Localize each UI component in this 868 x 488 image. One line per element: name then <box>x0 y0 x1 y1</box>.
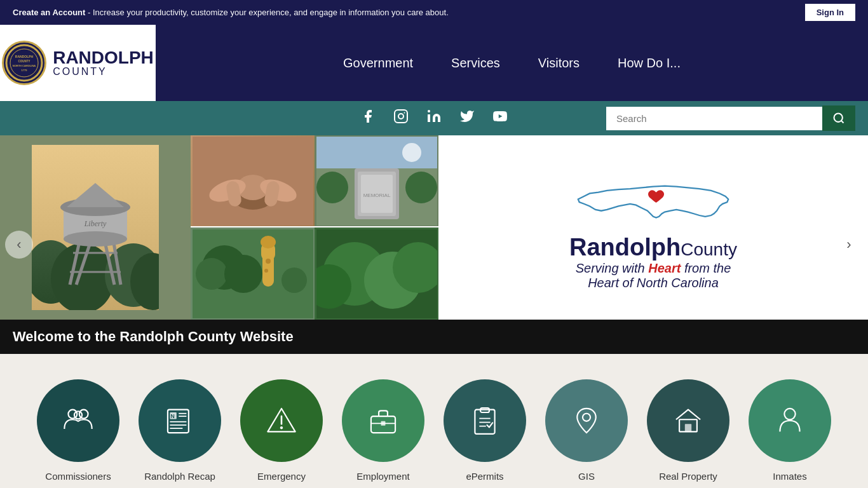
epermits-circle <box>444 379 526 462</box>
main-nav: Government Services Visitors How Do I... <box>156 56 868 71</box>
welcome-text: Welcome to the Randolph County Website <box>13 329 294 344</box>
randolph-recap-circle: N <box>139 379 221 462</box>
logo-randolph: RANDOLPH <box>53 49 154 67</box>
svg-text:COUNTY: COUNTY <box>18 60 31 63</box>
hero-next-button[interactable]: › <box>835 231 863 259</box>
linkedin-icon[interactable] <box>426 109 442 128</box>
svg-point-7 <box>398 114 403 119</box>
inmates-circle <box>749 379 831 462</box>
quick-link-emergency[interactable]: Emergency <box>231 379 332 482</box>
location-icon <box>570 404 603 437</box>
header: RANDOLPH COUNTY NORTH CAROLINA 1779 RAND… <box>0 25 868 101</box>
home-icon <box>672 404 705 437</box>
svg-point-75 <box>280 426 283 429</box>
svg-point-47 <box>281 268 307 293</box>
create-account-link[interactable]: Create an Account <box>13 8 85 17</box>
svg-point-45 <box>196 258 227 290</box>
svg-point-62 <box>68 410 77 419</box>
facebook-icon[interactable] <box>360 109 376 128</box>
person-icon <box>773 404 806 437</box>
svg-rect-78 <box>381 421 386 426</box>
hero-tagline-line2: Heart of North Carolina <box>569 276 737 290</box>
clipboard-icon <box>468 404 501 437</box>
real-property-circle <box>647 379 729 462</box>
people-icon <box>62 404 95 437</box>
nav-services[interactable]: Services <box>451 56 500 71</box>
tagline-serving: Serving with <box>576 261 649 275</box>
svg-point-42 <box>266 259 271 264</box>
quick-link-inmates[interactable]: Inmates <box>739 379 841 482</box>
logo-area: RANDOLPH COUNTY NORTH CAROLINA 1779 RAND… <box>0 25 156 101</box>
svg-point-12 <box>834 114 843 122</box>
svg-point-41 <box>261 236 276 248</box>
epermits-label: ePermits <box>466 471 503 482</box>
quick-link-randolph-recap[interactable]: N Randolph Recap <box>129 379 231 482</box>
svg-point-56 <box>402 143 421 162</box>
quick-link-real-property[interactable]: Real Property <box>637 379 739 482</box>
hero-brand-area: RandolphCounty Serving with Heart from t… <box>438 135 868 320</box>
commissioners-circle <box>37 379 119 462</box>
search-input[interactable] <box>606 107 822 130</box>
inmates-label: Inmates <box>773 471 806 482</box>
svg-point-87 <box>784 409 795 419</box>
hero-prev-button[interactable]: ‹ <box>5 231 33 259</box>
svg-text:N: N <box>171 413 175 419</box>
hero-image-forest <box>315 227 438 320</box>
quick-link-commissioners[interactable]: Commissioners <box>27 379 129 482</box>
gis-label: GIS <box>578 471 595 482</box>
svg-rect-86 <box>685 424 691 431</box>
commissioners-label: Commissioners <box>45 471 111 482</box>
svg-text:Liberty: Liberty <box>84 219 107 228</box>
brand-county: County <box>681 240 737 259</box>
hero-image-grid <box>191 135 315 320</box>
hero-images: Liberty <box>0 135 868 320</box>
search-area <box>606 105 855 131</box>
svg-point-84 <box>583 414 590 421</box>
quick-link-employment[interactable]: Employment <box>332 379 434 482</box>
svg-point-8 <box>404 112 405 114</box>
welcome-bar: Welcome to the Randolph County Website <box>0 320 868 354</box>
search-button[interactable] <box>822 105 855 131</box>
employment-label: Employment <box>356 471 409 482</box>
emergency-circle <box>240 379 323 462</box>
randolph-recap-label: Randolph Recap <box>144 471 215 482</box>
nc-outline-icon <box>571 165 736 228</box>
tagline-from: from the <box>681 261 731 275</box>
youtube-icon[interactable] <box>492 109 508 128</box>
quick-link-epermits[interactable]: ePermits <box>434 379 536 482</box>
hero-section: Liberty <box>0 135 868 354</box>
sign-in-button[interactable]: Sign In <box>805 4 855 21</box>
hero-image-pottery <box>191 135 315 227</box>
svg-text:RANDOLPH: RANDOLPH <box>15 55 34 58</box>
top-bar: Create an Account - Increase your produc… <box>0 0 868 25</box>
svg-point-46 <box>224 255 262 293</box>
social-search-bar <box>0 101 868 135</box>
gis-circle <box>545 379 628 462</box>
twitter-icon[interactable] <box>459 109 475 128</box>
warning-icon <box>265 404 298 437</box>
newspaper-icon: N <box>163 404 196 437</box>
svg-point-43 <box>264 269 268 273</box>
svg-line-13 <box>841 121 844 123</box>
instagram-icon[interactable] <box>393 109 409 128</box>
logo-county: COUNTY <box>53 67 154 77</box>
svg-rect-6 <box>395 110 407 123</box>
svg-point-10 <box>428 110 430 112</box>
svg-point-64 <box>74 411 82 419</box>
hero-image-watertower: Liberty <box>0 135 191 320</box>
hero-image-park: MEMORIAL <box>315 135 438 227</box>
nav-visitors[interactable]: Visitors <box>538 56 580 71</box>
hero-image-park-col: MEMORIAL <box>315 135 438 320</box>
nav-government[interactable]: Government <box>343 56 413 71</box>
nav-how-do-i[interactable]: How Do I... <box>618 56 681 71</box>
svg-rect-9 <box>428 114 430 122</box>
logo-text: RANDOLPH COUNTY <box>53 49 154 77</box>
svg-text:1779: 1779 <box>22 69 28 72</box>
tagline-heart: Heart <box>648 261 681 275</box>
social-icons <box>360 109 508 128</box>
hero-tagline: Serving with Heart from the <box>569 261 737 276</box>
emergency-label: Emergency <box>257 471 306 482</box>
briefcase-icon <box>367 404 400 437</box>
quick-link-gis[interactable]: GIS <box>536 379 637 482</box>
svg-point-0 <box>6 45 42 81</box>
